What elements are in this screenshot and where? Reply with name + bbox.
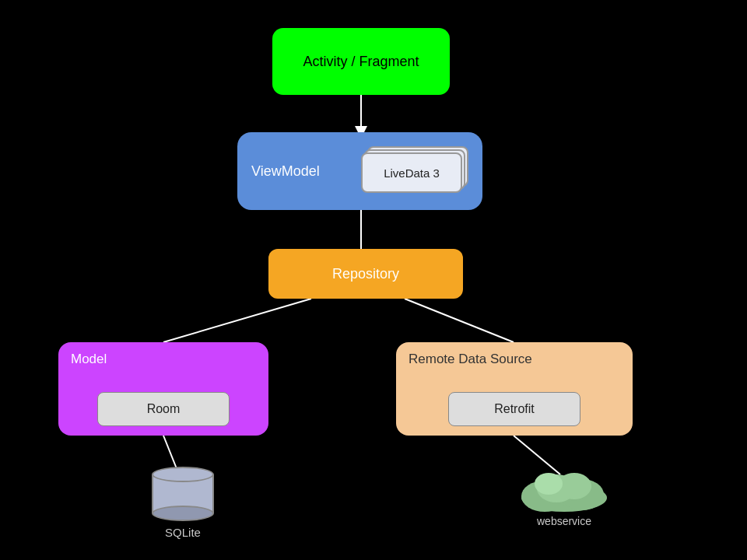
repository-label: Repository (332, 266, 399, 282)
webservice-cloud-icon (514, 467, 615, 513)
webservice-label: webservice (537, 515, 591, 527)
viewmodel-label: ViewModel (251, 163, 320, 180)
activity-fragment-label: Activity / Fragment (303, 54, 419, 70)
sqlite-cylinder-top (152, 467, 214, 482)
sqlite-cylinder-bottom (152, 506, 214, 521)
svg-point-10 (557, 473, 591, 499)
remote-data-source-box: Remote Data Source Retrofit (396, 342, 633, 436)
livedata-stack: LiveData 3 (359, 146, 468, 196)
repository-box: Repository (268, 249, 463, 299)
retrofit-label: Retrofit (494, 402, 535, 416)
svg-line-3 (405, 299, 514, 342)
room-card: Room (97, 392, 230, 426)
viewmodel-box: ViewModel LiveData 3 (237, 132, 482, 210)
livedata-card-front: LiveData 3 (361, 152, 462, 193)
sqlite-container: SQLite (144, 467, 222, 539)
sqlite-label: SQLite (165, 526, 201, 539)
activity-fragment-box: Activity / Fragment (272, 28, 450, 95)
retrofit-card: Retrofit (448, 392, 580, 426)
svg-line-2 (163, 299, 311, 342)
livedata-label: LiveData 3 (384, 166, 440, 180)
webservice-container: webservice (514, 467, 615, 527)
diagram-container: Activity / Fragment ViewModel LiveData 3… (0, 0, 747, 560)
model-box: Model Room (58, 342, 268, 436)
svg-point-11 (535, 473, 563, 495)
room-label: Room (147, 402, 181, 416)
model-label: Model (71, 352, 107, 367)
remote-data-source-label: Remote Data Source (409, 352, 532, 367)
